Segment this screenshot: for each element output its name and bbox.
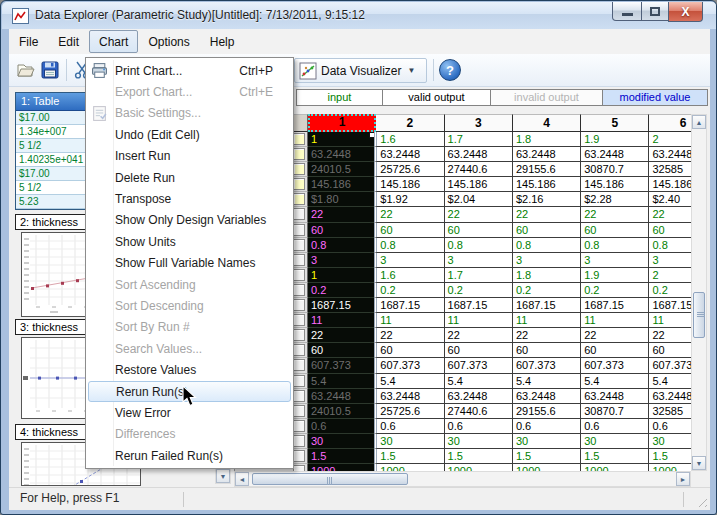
cell[interactable]: 24010.5 (308, 162, 376, 177)
menu-file[interactable]: File (9, 30, 48, 53)
menu-item-differences[interactable]: Differences (86, 424, 293, 445)
save-icon[interactable] (40, 60, 60, 80)
cell[interactable]: 63.2448 (374, 147, 444, 162)
resize-grip[interactable] (695, 495, 707, 507)
cell[interactable]: 29155.6 (513, 162, 581, 177)
cell[interactable]: 30870.7 (581, 162, 649, 177)
cell[interactable]: 22 (513, 207, 581, 222)
cell[interactable]: 60 (308, 223, 376, 238)
cell[interactable]: 1.5 (581, 449, 649, 464)
cell[interactable]: 63.2448 (374, 389, 444, 404)
cell[interactable]: 0.2 (445, 283, 513, 298)
cell[interactable]: 5.4 (374, 374, 444, 389)
menu-item-basic-settings[interactable]: Basic Settings... (86, 103, 293, 124)
cell[interactable]: 30 (445, 434, 513, 449)
cell[interactable]: 63.2448 (513, 389, 581, 404)
cell[interactable]: 11 (374, 313, 444, 328)
cell[interactable]: $1.92 (374, 192, 444, 207)
cell[interactable]: 145.186 (445, 177, 513, 192)
cell[interactable]: 2 (649, 268, 691, 283)
cell[interactable]: 0.8 (513, 238, 581, 253)
column-header-3[interactable]: 3 (445, 114, 513, 132)
cell[interactable]: 30 (374, 434, 444, 449)
cell[interactable]: 1.5 (308, 449, 376, 464)
cell[interactable]: 22 (308, 328, 376, 343)
cell[interactable]: 607.373 (513, 358, 581, 373)
cell[interactable]: 0.6 (581, 419, 649, 434)
menu-item-print-chart[interactable]: Print Chart...Ctrl+P (86, 60, 293, 81)
cell[interactable]: 30 (513, 434, 581, 449)
cell[interactable]: 22 (649, 328, 691, 343)
cell[interactable]: $2.04 (445, 192, 513, 207)
cell[interactable]: 11 (513, 313, 581, 328)
title-bar[interactable]: Data Explorer (Parametric Study)[Untitle… (2, 2, 717, 29)
menu-item-sort-descending[interactable]: Sort Descending (86, 295, 293, 316)
cell[interactable]: 1687.15 (581, 298, 649, 313)
cell[interactable]: 1000 (649, 464, 691, 471)
cell[interactable]: 63.2448 (308, 389, 376, 404)
cell[interactable]: 22 (445, 207, 513, 222)
cell[interactable]: 25725.6 (374, 162, 444, 177)
cell[interactable]: 145.186 (513, 177, 581, 192)
cell[interactable]: $2.16 (513, 192, 581, 207)
menu-options[interactable]: Options (138, 30, 199, 53)
cell[interactable]: 27440.6 (445, 162, 513, 177)
cell[interactable]: 5.4 (513, 374, 581, 389)
cell[interactable]: $2.40 (649, 192, 691, 207)
cell[interactable]: 11 (649, 313, 691, 328)
menu-help[interactable]: Help (200, 30, 245, 53)
table-vscrollbar-thumb[interactable] (693, 292, 705, 338)
cell[interactable]: 1.5 (649, 449, 691, 464)
cell[interactable]: 63.2448 (445, 147, 513, 162)
menu-item-insert-run[interactable]: Insert Run (86, 146, 293, 167)
cell[interactable]: 145.186 (581, 177, 649, 192)
cell[interactable]: 0.6 (445, 419, 513, 434)
cell[interactable]: 1000 (308, 464, 376, 471)
cell[interactable]: 607.373 (581, 358, 649, 373)
cell[interactable]: 5.4 (649, 374, 691, 389)
menu-edit[interactable]: Edit (48, 30, 89, 53)
cell[interactable]: 0.8 (649, 238, 691, 253)
cell[interactable]: 60 (374, 343, 444, 358)
cell[interactable]: 0.2 (581, 283, 649, 298)
scroll-down-icon[interactable]: ▼ (692, 456, 706, 470)
menu-item-restore-values[interactable]: Restore Values (86, 359, 293, 380)
cell[interactable]: 0.6 (374, 419, 444, 434)
cell[interactable]: 5.4 (445, 374, 513, 389)
cell[interactable]: 3 (649, 253, 691, 268)
cell[interactable]: 1.5 (513, 449, 581, 464)
menu-item-transpose[interactable]: Transpose (86, 188, 293, 209)
cell[interactable]: 63.2448 (513, 147, 581, 162)
table-vertical-scrollbar[interactable]: ▲ ▼ (691, 114, 707, 471)
menu-item-rerun-failed-run-s[interactable]: Rerun Failed Run(s) (86, 445, 293, 466)
cell[interactable]: 63.2448 (649, 147, 691, 162)
table-horizontal-scrollbar[interactable]: ◄ ► (234, 471, 691, 487)
scroll-right-icon[interactable]: ► (676, 472, 690, 486)
cell[interactable]: 1687.15 (374, 298, 444, 313)
cell[interactable]: 1.6 (374, 132, 444, 147)
menu-item-sort-by-run[interactable]: Sort By Run # (86, 317, 293, 338)
cell[interactable]: 1000 (581, 464, 649, 471)
cell[interactable]: 1.9 (581, 268, 649, 283)
cell[interactable]: 30870.7 (581, 404, 649, 419)
cell[interactable]: 22 (649, 207, 691, 222)
cell[interactable]: 3 (308, 253, 376, 268)
menu-item-delete-run[interactable]: Delete Run (86, 167, 293, 188)
cell[interactable]: $2.28 (581, 192, 649, 207)
cell[interactable]: 32585 (649, 162, 691, 177)
cell[interactable]: 22 (308, 207, 376, 222)
cell[interactable]: 1.8 (513, 268, 581, 283)
cell[interactable]: 145.186 (374, 177, 444, 192)
cell[interactable]: 1.7 (445, 268, 513, 283)
cell[interactable]: 1 (308, 132, 376, 147)
cell[interactable]: 5.4 (581, 374, 649, 389)
cell[interactable]: 145.186 (649, 177, 691, 192)
menu-item-search-values[interactable]: Search Values... (86, 338, 293, 359)
cell[interactable]: 145.186 (308, 177, 376, 192)
cell[interactable]: 0.6 (649, 419, 691, 434)
cell[interactable]: 11 (308, 313, 376, 328)
scroll-up-icon[interactable]: ▲ (692, 115, 706, 129)
table-hscrollbar-thumb[interactable] (252, 473, 408, 485)
column-header-6[interactable]: 6 (649, 114, 691, 132)
cell[interactable]: $1.80 (308, 192, 376, 207)
